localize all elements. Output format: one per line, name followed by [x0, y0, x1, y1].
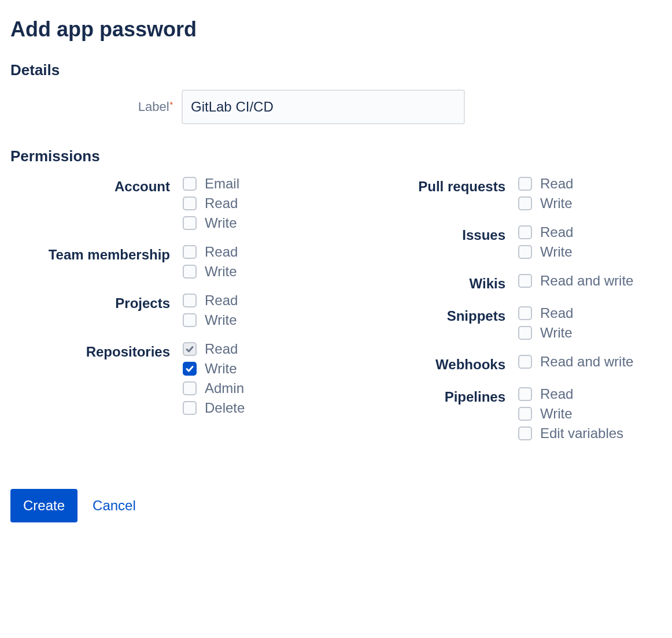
permission-options: Read and write [518, 273, 633, 292]
checkbox-projects-write[interactable] [183, 313, 197, 327]
permissions-column-left: AccountEmailReadWriteTeam membershipRead… [10, 176, 327, 454]
permission-option-repositories-admin: Admin [183, 380, 245, 396]
permission-group-label: Account [10, 176, 183, 231]
required-asterisk-icon: * [170, 100, 173, 109]
permission-option-label: Write [540, 325, 573, 341]
checkbox-webhooks-read-and-write[interactable] [518, 355, 532, 369]
permission-group-webhooks: WebhooksRead and write [345, 354, 662, 373]
checkbox-repositories-write[interactable] [183, 362, 197, 376]
cancel-button[interactable]: Cancel [93, 498, 136, 514]
checkbox-account-email[interactable] [183, 177, 197, 191]
permission-option-label: Write [540, 406, 573, 422]
permission-option-label: Write [205, 264, 237, 280]
checkbox-projects-read[interactable] [183, 294, 197, 307]
checkbox-repositories-admin[interactable] [183, 381, 197, 395]
permission-option-label: Read [540, 224, 573, 240]
permission-option-label: Read [540, 305, 573, 321]
permission-option-pipelines-read: Read [518, 386, 623, 402]
permission-group-label: Team membership [10, 244, 183, 280]
permission-option-label: Delete [205, 400, 245, 416]
label-field-row: Label* [10, 90, 662, 124]
permission-group-label: Repositories [10, 341, 183, 416]
label-input[interactable] [182, 90, 465, 124]
permission-option-label: Read [205, 244, 238, 260]
permission-options: ReadWriteAdminDelete [183, 341, 245, 416]
checkbox-team-membership-read[interactable] [183, 245, 197, 259]
permission-option-label: Read [540, 176, 573, 192]
permission-group-label: Snippets [345, 305, 518, 341]
checkbox-pipelines-edit-variables[interactable] [518, 426, 532, 440]
permission-group-label: Projects [10, 292, 183, 328]
permissions-column-right: Pull requestsReadWriteIssuesReadWriteWik… [345, 176, 662, 454]
permission-option-snippets-write: Write [518, 325, 573, 341]
permission-option-label: Write [540, 195, 573, 212]
checkbox-wikis-read-and-write[interactable] [518, 274, 532, 288]
permission-option-label: Read and write [540, 354, 633, 370]
permission-options: ReadWrite [518, 305, 573, 341]
details-section-title: Details [10, 61, 662, 79]
permission-option-team-membership-write: Write [183, 264, 238, 280]
permission-options: ReadWriteEdit variables [518, 386, 623, 442]
permission-group-label: Wikis [345, 273, 518, 292]
permission-group-pull-requests: Pull requestsReadWrite [345, 176, 662, 212]
permission-options: ReadWrite [518, 224, 573, 260]
checkbox-team-membership-write[interactable] [183, 265, 197, 279]
permission-option-label: Edit variables [540, 425, 623, 442]
permission-option-label: Write [205, 215, 237, 231]
permission-option-repositories-read: Read [183, 341, 245, 357]
permission-option-snippets-read: Read [518, 305, 573, 321]
permission-group-label: Pipelines [345, 386, 518, 442]
permission-option-label: Write [540, 244, 573, 260]
checkbox-pull-requests-read[interactable] [518, 177, 532, 191]
permission-option-pipelines-write: Write [518, 406, 623, 422]
checkbox-repositories-delete[interactable] [183, 401, 197, 415]
checkbox-snippets-write[interactable] [518, 326, 532, 340]
permission-group-account: AccountEmailReadWrite [10, 176, 327, 231]
permissions-grid: AccountEmailReadWriteTeam membershipRead… [10, 176, 662, 454]
checkbox-issues-read[interactable] [518, 225, 532, 239]
permission-option-label: Read [540, 386, 573, 402]
permission-options: ReadWrite [183, 244, 238, 280]
permission-option-projects-write: Write [183, 312, 238, 328]
checkbox-snippets-read[interactable] [518, 306, 532, 320]
checkbox-pipelines-read[interactable] [518, 387, 532, 401]
footer: Create Cancel [10, 489, 662, 522]
permission-group-snippets: SnippetsReadWrite [345, 305, 662, 341]
permission-option-projects-read: Read [183, 292, 238, 309]
checkbox-account-write[interactable] [183, 216, 197, 230]
label-field-label: Label* [10, 99, 172, 114]
checkbox-issues-write[interactable] [518, 245, 532, 259]
permission-option-account-read: Read [183, 195, 239, 212]
permission-option-label: Write [205, 361, 237, 377]
checkbox-account-read[interactable] [183, 196, 197, 210]
permission-group-issues: IssuesReadWrite [345, 224, 662, 260]
permission-group-label: Webhooks [345, 354, 518, 373]
permission-group-projects: ProjectsReadWrite [10, 292, 327, 328]
permission-group-label: Pull requests [345, 176, 518, 212]
permission-option-label: Read [205, 195, 238, 212]
permission-option-repositories-delete: Delete [183, 400, 245, 416]
page-title: Add app password [10, 17, 662, 42]
permission-option-issues-read: Read [518, 224, 573, 240]
permission-option-account-email: Email [183, 176, 239, 192]
permission-options: Read and write [518, 354, 633, 373]
permission-option-label: Admin [205, 380, 244, 396]
permission-group-team-membership: Team membershipReadWrite [10, 244, 327, 280]
permission-option-issues-write: Write [518, 244, 573, 260]
checkbox-repositories-read [183, 342, 197, 356]
permission-option-label: Read [205, 341, 238, 357]
permission-option-pipelines-edit-variables: Edit variables [518, 425, 623, 442]
permission-option-wikis-read-and-write: Read and write [518, 273, 633, 289]
checkbox-pipelines-write[interactable] [518, 407, 532, 421]
create-button[interactable]: Create [10, 489, 77, 522]
permission-option-label: Read and write [540, 273, 633, 289]
permission-option-account-write: Write [183, 215, 239, 231]
checkbox-pull-requests-write[interactable] [518, 196, 532, 210]
permission-option-pull-requests-write: Write [518, 195, 573, 212]
permission-option-pull-requests-read: Read [518, 176, 573, 192]
permission-option-label: Email [205, 176, 239, 192]
permission-option-team-membership-read: Read [183, 244, 238, 260]
permission-options: ReadWrite [183, 292, 238, 328]
permission-group-repositories: RepositoriesReadWriteAdminDelete [10, 341, 327, 416]
permission-options: EmailReadWrite [183, 176, 239, 231]
